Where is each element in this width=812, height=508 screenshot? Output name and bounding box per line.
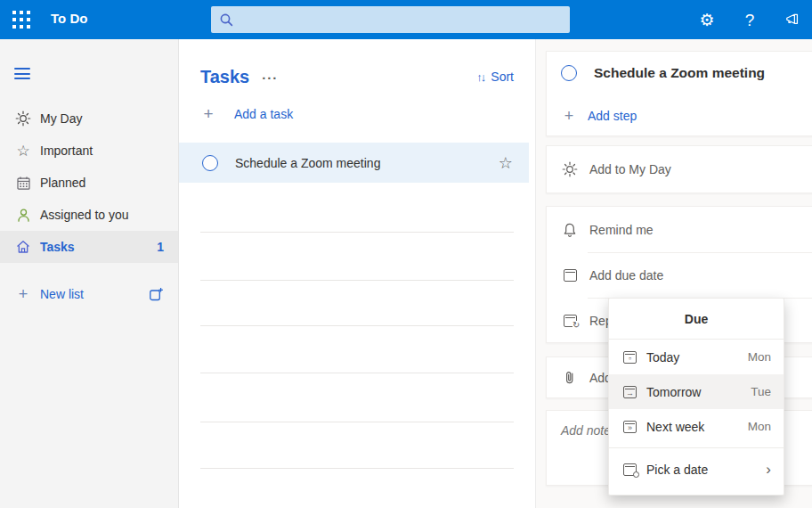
calendar-today-icon: ▫ — [623, 351, 637, 364]
sidebar-item-important[interactable]: ☆ Important — [0, 135, 178, 167]
help-icon[interactable]: ? — [741, 11, 759, 29]
plus-icon: + — [561, 107, 577, 126]
add-task-label: Add a task — [234, 107, 293, 121]
new-group-icon — [149, 287, 164, 302]
sidebar-item-label: My Day — [40, 111, 82, 126]
bell-icon — [561, 222, 579, 238]
sidebar-item-label: Tasks — [40, 240, 75, 254]
calendar-icon — [561, 269, 579, 282]
list-options-button[interactable]: ··· — [262, 69, 278, 86]
sun-icon — [14, 111, 32, 127]
app-title: To Do — [51, 11, 87, 26]
add-note-placeholder: Add note — [561, 423, 611, 438]
new-list-button[interactable]: + New list — [0, 278, 178, 310]
sidebar-item-planned[interactable]: Planned — [0, 167, 178, 199]
due-date-popup: Due ▫ Today Mon → Tomorrow Tue » Next we… — [608, 298, 784, 496]
detail-title-row[interactable]: Schedule a Zoom meeting — [561, 52, 798, 94]
sidebar: My Day ☆ Important — [0, 39, 179, 508]
hamburger-menu-icon[interactable] — [14, 68, 30, 79]
due-option-pick-a-date[interactable]: Pick a date › — [609, 447, 784, 491]
list-divider — [200, 373, 514, 373]
list-divider — [200, 468, 514, 469]
list-divider — [200, 422, 514, 422]
due-option-next-week[interactable]: » Next week Mon — [609, 409, 784, 444]
due-option-today[interactable]: ▫ Today Mon — [609, 340, 784, 374]
settings-gear-icon[interactable]: ⚙ — [698, 11, 716, 29]
task-row[interactable]: Schedule a Zoom meeting ☆ — [179, 143, 529, 183]
task-star-icon[interactable]: ☆ — [499, 153, 513, 173]
feedback-megaphone-icon[interactable] — [784, 11, 801, 29]
list-divider — [200, 232, 514, 233]
add-task-button[interactable]: + Add a task — [200, 98, 514, 130]
add-due-date-label: Add due date — [589, 268, 663, 283]
person-icon — [14, 208, 32, 223]
task-complete-circle-icon[interactable] — [202, 155, 218, 171]
star-icon: ☆ — [14, 143, 32, 159]
calendar-clock-icon — [623, 463, 637, 476]
new-group-button[interactable] — [149, 287, 164, 302]
sidebar-item-label: Important — [40, 143, 93, 158]
row-divider — [588, 252, 812, 253]
due-popup-title: Due — [609, 299, 784, 340]
list-divider — [200, 325, 514, 326]
chevron-right-icon: › — [766, 461, 771, 479]
sidebar-item-label: Planned — [40, 176, 85, 190]
task-title: Schedule a Zoom meeting — [235, 156, 380, 170]
due-option-day: Mon — [748, 350, 771, 364]
search-input[interactable] — [234, 6, 570, 33]
sidebar-item-label: Assigned to you — [40, 208, 129, 222]
sort-button[interactable]: ↑↓ Sort — [476, 70, 514, 84]
calendar-next-week-icon: » — [623, 421, 637, 433]
sun-icon — [561, 161, 579, 177]
task-list-panel: Tasks ··· ↑↓ Sort + Add a task Schedule … — [179, 39, 535, 508]
remind-me-label: Remind me — [589, 223, 654, 237]
tasks-count-badge: 1 — [157, 240, 164, 254]
due-option-tomorrow[interactable]: → Tomorrow Tue — [609, 374, 784, 409]
add-to-my-day-button[interactable]: Add to My Day — [546, 145, 812, 193]
repeat-calendar-icon: ↻ — [561, 315, 579, 327]
todo-app-window: To Do ⚙ ? — [0, 0, 812, 508]
add-step-button[interactable]: + Add step — [561, 94, 798, 137]
sidebar-item-tasks[interactable]: Tasks 1 — [0, 231, 178, 263]
task-complete-circle-icon[interactable] — [561, 65, 577, 81]
due-option-day: Mon — [748, 420, 771, 433]
search-icon — [219, 12, 234, 28]
new-list-label: New list — [40, 287, 84, 301]
list-divider — [200, 280, 514, 281]
search-box[interactable] — [211, 6, 570, 33]
sort-label: Sort — [491, 70, 514, 84]
calendar-icon — [14, 176, 32, 191]
detail-header-card: Schedule a Zoom meeting + Add step — [546, 51, 812, 136]
add-step-label: Add step — [588, 109, 637, 123]
sidebar-item-my-day[interactable]: My Day — [0, 102, 178, 135]
calendar-tomorrow-icon: → — [623, 386, 637, 398]
plus-icon: + — [200, 104, 216, 124]
plus-icon: + — [14, 285, 32, 304]
list-title: Tasks — [200, 67, 249, 87]
home-icon — [14, 239, 32, 255]
detail-task-title[interactable]: Schedule a Zoom meeting — [594, 65, 765, 81]
app-launcher-icon[interactable] — [12, 11, 31, 29]
sort-arrows-icon: ↑↓ — [476, 70, 487, 84]
add-due-date-button[interactable]: Add due date — [547, 252, 812, 298]
topbar: To Do ⚙ ? — [0, 0, 812, 39]
due-option-day: Tue — [751, 385, 771, 398]
paperclip-icon — [561, 370, 579, 386]
remind-me-button[interactable]: Remind me — [547, 207, 812, 252]
sidebar-item-assigned-to-you[interactable]: Assigned to you — [0, 199, 178, 231]
add-to-my-day-label: Add to My Day — [589, 162, 671, 176]
